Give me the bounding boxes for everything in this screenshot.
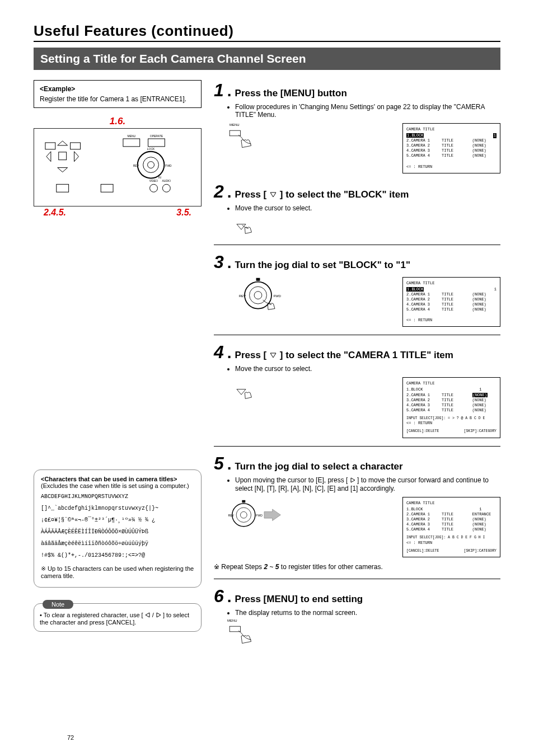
- osd-row-0: 2.CAMERA 1 TITLE (NONE): [406, 138, 496, 143]
- repeat-b2: 5: [275, 563, 279, 571]
- svg-marker-4: [58, 168, 68, 172]
- repeat-prefix: ※ Repeat Steps: [214, 563, 264, 571]
- chars-line3: ¡¢£¤¥¦§¨©ª«¬-®¯°±²³´µ¶·¸¹º»¼ ½ ¾ ¿: [41, 516, 194, 524]
- svg-text:LOCK: LOCK: [147, 148, 155, 151]
- osd3-return: <= : RETURN: [406, 318, 496, 323]
- svg-rect-1: [45, 143, 55, 149]
- svg-point-41: [240, 511, 247, 518]
- step-2-title-after: ] to select the "BLOCK" item: [280, 189, 409, 200]
- svg-marker-28: [270, 192, 276, 197]
- step-5-num: 5: [214, 453, 224, 474]
- osd4-return: <= : RETURN: [406, 421, 496, 426]
- osd4-title: CAMERA TITLE: [406, 381, 496, 386]
- repeat-suffix: to register titles for other cameras.: [281, 563, 383, 571]
- osd5-row2: 4.CAMERA 3 TITLE (NONE): [406, 522, 496, 527]
- jog-caption-bl: 2.4.5.: [44, 208, 66, 218]
- chars-line2: []^_`abcdefghijklmnopqrstuvwxyz{|}~: [41, 504, 194, 513]
- svg-text:VIDEO: VIDEO: [149, 180, 158, 182]
- svg-point-40: [236, 508, 251, 522]
- jog-dial-arrow-icon: REV FWD: [227, 497, 289, 530]
- osd-block-hi3: 1.BLOCK: [406, 287, 424, 292]
- osd4-skip: [SKIP]:CATEGORY: [463, 429, 496, 434]
- example-box: <Example> Register the title for Camera …: [34, 80, 202, 108]
- osd5-row0: 2.CAMERA 1 TITLE ENTRANCE: [406, 512, 496, 517]
- osd-row-2: 4.CAMERA 3 TITLE (NONE): [406, 148, 496, 153]
- svg-text:REV: REV: [239, 294, 246, 298]
- svg-text:AUDIO: AUDIO: [162, 180, 171, 182]
- example-text: Register the title for Camera 1 as [ENTR…: [40, 95, 186, 103]
- osd-step1: CAMERA TITLE 1.BLOCK1 2.CAMERA 1 TITLE (…: [402, 123, 500, 173]
- menu-press-icon: [227, 129, 255, 151]
- svg-marker-3: [58, 141, 68, 145]
- svg-marker-25: [146, 613, 149, 617]
- chars-title: <Characters that can be used in camera t…: [41, 476, 177, 482]
- osd3-row2: 4.CAMERA 3 TITLE (NONE): [406, 302, 496, 307]
- step-5-bullet-before: Upon moving the cursor to [E], press [: [235, 476, 350, 484]
- triangle-down-icon: [269, 190, 277, 201]
- repeat-note: ※ Repeat Steps 2 ~ 5 to register titles …: [214, 563, 500, 571]
- osd-step3: CAMERA TITLE 1.BLOCK1 2.CAMERA 1 TITLE (…: [402, 277, 500, 327]
- step-1-bullet: Follow procedures in 'Changing Menu Sett…: [235, 103, 500, 119]
- step-6-bullet: The display returns to the normal screen…: [235, 609, 500, 617]
- svg-point-21: [162, 184, 170, 192]
- cursor-press-icon: [227, 379, 255, 402]
- svg-rect-42: [242, 500, 245, 503]
- osd3-row0: 2.CAMERA 1 TITLE (NONE): [406, 292, 496, 297]
- chars-note-prefix: ※: [41, 565, 46, 572]
- svg-text:REV: REV: [133, 165, 139, 167]
- page-title: Useful Features (continued): [34, 22, 500, 42]
- step-5: 5. Turn the jog dial to select a charact…: [214, 453, 500, 571]
- step-6: 6. Press [MENU] to end setting The displ…: [214, 586, 500, 647]
- step-1: 1. Press the [MENU] button Follow proced…: [214, 80, 500, 173]
- step-4-num: 4: [214, 342, 224, 363]
- repeat-b1: 2: [264, 563, 268, 571]
- osd-title: CAMERA TITLE: [406, 281, 496, 286]
- chars-line4: ÀÁÂÃÄÅÆÇÈÉÊËÌÍÎÏÐÑÒÓÔÕÖ×ØÙÚÛÜÝÞß: [41, 528, 194, 536]
- svg-text:MENU: MENU: [128, 135, 136, 138]
- osd-title: CAMERA TITLE: [406, 127, 496, 132]
- svg-rect-10: [148, 139, 165, 147]
- osd5-row1: 3.CAMERA 2 TITLE (NONE): [406, 517, 496, 522]
- osd-block-hi: 1.BLOCK: [406, 133, 424, 138]
- osd5-row3: 5.CAMERA 4 TITLE (NONE): [406, 527, 496, 532]
- jog-dial-icon: REV FWD: [227, 277, 289, 311]
- osd-step5: CAMERA TITLE 1.BLOCK 1 2.CAMERA 1 TITLE …: [402, 497, 500, 558]
- svg-marker-45: [264, 509, 280, 521]
- osd4-row3: 5.CAMERA 4 TITLE (NONE): [406, 408, 496, 413]
- note-text-prefix: • To clear a registered character, use [: [40, 612, 145, 618]
- svg-text:FWD: FWD: [165, 165, 172, 167]
- svg-point-13: [143, 157, 159, 173]
- svg-rect-8: [123, 139, 140, 147]
- svg-marker-6: [74, 152, 79, 162]
- svg-text:FWD: FWD: [256, 514, 263, 517]
- step-2-title-before: Press [: [235, 189, 269, 200]
- chars-note-text: Up to 15 characters can be used when reg…: [41, 565, 194, 579]
- svg-marker-36: [270, 353, 276, 358]
- triangle-down-icon: [269, 350, 277, 361]
- osd5-block: 1.BLOCK 1: [406, 507, 481, 511]
- osd5-input: INPUT SELECT[JOG]: A B C D E F G H I: [406, 536, 496, 540]
- svg-rect-19: [101, 184, 113, 192]
- step-1-title: Press the [MENU] button: [235, 88, 347, 99]
- osd4-cancel: [CANCEL]:DELETE: [406, 429, 439, 434]
- note-label: Note: [43, 600, 73, 609]
- jog-caption-top: 1.6.: [34, 116, 202, 127]
- svg-rect-18: [57, 184, 69, 192]
- step-2-num: 2: [214, 181, 224, 202]
- svg-rect-33: [256, 278, 260, 280]
- menu-press-icon: [227, 624, 255, 647]
- repeat-mid: ~: [269, 563, 275, 571]
- osd5-return: <= : RETURN: [406, 541, 496, 546]
- step-4: 4. Press [ ] to select the "CAMERA 1 TIT…: [214, 342, 500, 438]
- svg-marker-37: [237, 389, 246, 395]
- cursor-press-icon: [227, 214, 255, 237]
- chars-box: <Characters that can be used in camera t…: [34, 469, 202, 588]
- osd-return: <= : RETURN: [406, 165, 496, 170]
- osd-step4: CAMERA TITLE 1.BLOCK 1 2.CAMERA 1 TITLE …: [402, 377, 500, 438]
- chars-line5: àáâãäåæçèéêëìíîïðñòóôõö÷øùúûüýþÿ: [41, 539, 194, 548]
- jog-caption-br: 3.5.: [176, 208, 191, 218]
- step-1-menu-label: MENU: [229, 123, 240, 126]
- osd4-row1: 3.CAMERA 2 TITLE (NONE): [406, 398, 496, 403]
- step-3: 3. Turn the jog dial to set "BLOCK" to "…: [214, 252, 500, 327]
- osd5-cancel: [CANCEL]:DELETE: [406, 549, 439, 553]
